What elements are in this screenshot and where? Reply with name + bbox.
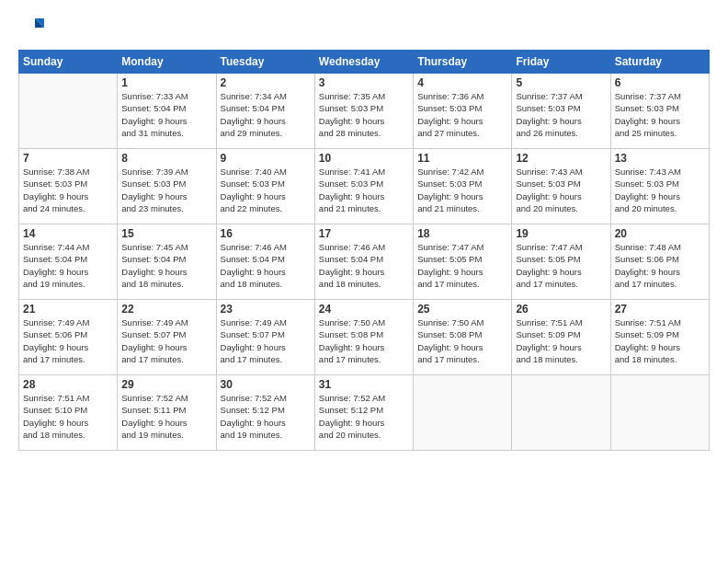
day-info: Sunrise: 7:36 AM Sunset: 5:03 PM Dayligh… [417, 90, 507, 139]
weekday-header: Sunday [19, 51, 118, 74]
calendar-cell: 13Sunrise: 7:43 AM Sunset: 5:03 PM Dayli… [610, 149, 709, 224]
calendar-cell: 26Sunrise: 7:51 AM Sunset: 5:09 PM Dayli… [512, 300, 610, 375]
day-info: Sunrise: 7:38 AM Sunset: 5:03 PM Dayligh… [23, 166, 113, 214]
day-info: Sunrise: 7:47 AM Sunset: 5:05 PM Dayligh… [417, 241, 507, 290]
day-info: Sunrise: 7:50 AM Sunset: 5:08 PM Dayligh… [319, 316, 409, 365]
day-number: 26 [516, 303, 606, 316]
day-info: Sunrise: 7:51 AM Sunset: 5:09 PM Dayligh… [615, 316, 705, 365]
day-number: 22 [121, 303, 211, 316]
calendar-cell: 18Sunrise: 7:47 AM Sunset: 5:05 PM Dayli… [414, 224, 512, 300]
day-info: Sunrise: 7:48 AM Sunset: 5:06 PM Dayligh… [615, 241, 705, 290]
calendar-cell: 24Sunrise: 7:50 AM Sunset: 5:08 PM Dayli… [314, 300, 413, 375]
day-info: Sunrise: 7:47 AM Sunset: 5:05 PM Dayligh… [516, 241, 606, 290]
day-number: 31 [319, 378, 409, 391]
calendar-cell: 5Sunrise: 7:37 AM Sunset: 5:03 PM Daylig… [512, 74, 610, 149]
day-info: Sunrise: 7:52 AM Sunset: 5:11 PM Dayligh… [121, 392, 211, 441]
day-number: 25 [417, 303, 507, 316]
calendar-table: SundayMondayTuesdayWednesdayThursdayFrid… [18, 50, 710, 451]
day-number: 28 [23, 378, 113, 391]
calendar-cell [512, 375, 610, 451]
day-info: Sunrise: 7:35 AM Sunset: 5:03 PM Dayligh… [319, 90, 409, 139]
day-number: 7 [23, 152, 113, 165]
day-number: 11 [417, 152, 507, 165]
calendar-week-row: 1Sunrise: 7:33 AM Sunset: 5:04 PM Daylig… [19, 74, 710, 149]
weekday-header: Wednesday [314, 51, 413, 74]
day-info: Sunrise: 7:49 AM Sunset: 5:07 PM Dayligh… [121, 316, 211, 365]
calendar-cell: 10Sunrise: 7:41 AM Sunset: 5:03 PM Dayli… [314, 149, 413, 224]
day-number: 23 [221, 303, 311, 316]
day-info: Sunrise: 7:46 AM Sunset: 5:04 PM Dayligh… [221, 241, 311, 290]
day-info: Sunrise: 7:51 AM Sunset: 5:09 PM Dayligh… [516, 316, 606, 365]
day-number: 5 [516, 76, 606, 89]
day-number: 16 [221, 227, 311, 240]
calendar-cell: 11Sunrise: 7:42 AM Sunset: 5:03 PM Dayli… [414, 149, 512, 224]
day-info: Sunrise: 7:49 AM Sunset: 5:07 PM Dayligh… [221, 316, 311, 365]
day-number: 17 [319, 227, 409, 240]
day-info: Sunrise: 7:50 AM Sunset: 5:08 PM Dayligh… [417, 316, 507, 365]
calendar-cell: 17Sunrise: 7:46 AM Sunset: 5:04 PM Dayli… [314, 224, 413, 300]
day-number: 21 [23, 303, 113, 316]
day-number: 1 [121, 76, 211, 89]
day-number: 3 [319, 76, 409, 89]
day-info: Sunrise: 7:43 AM Sunset: 5:03 PM Dayligh… [516, 166, 606, 214]
day-number: 14 [23, 227, 113, 240]
calendar-cell: 19Sunrise: 7:47 AM Sunset: 5:05 PM Dayli… [512, 224, 610, 300]
calendar-cell: 7Sunrise: 7:38 AM Sunset: 5:03 PM Daylig… [19, 149, 118, 224]
weekday-header: Monday [118, 51, 216, 74]
day-info: Sunrise: 7:45 AM Sunset: 5:04 PM Dayligh… [121, 241, 211, 290]
day-number: 15 [121, 227, 211, 240]
calendar-cell: 16Sunrise: 7:46 AM Sunset: 5:04 PM Dayli… [216, 224, 314, 300]
calendar-cell [414, 375, 512, 451]
day-number: 20 [615, 227, 705, 240]
weekday-header: Tuesday [216, 51, 314, 74]
calendar-cell: 27Sunrise: 7:51 AM Sunset: 5:09 PM Dayli… [610, 300, 709, 375]
day-info: Sunrise: 7:44 AM Sunset: 5:04 PM Dayligh… [23, 241, 113, 290]
day-info: Sunrise: 7:42 AM Sunset: 5:03 PM Dayligh… [417, 166, 507, 214]
logo-icon [18, 15, 44, 40]
calendar-cell: 15Sunrise: 7:45 AM Sunset: 5:04 PM Dayli… [118, 224, 216, 300]
day-info: Sunrise: 7:39 AM Sunset: 5:03 PM Dayligh… [121, 166, 211, 214]
day-number: 10 [319, 152, 409, 165]
calendar-week-row: 21Sunrise: 7:49 AM Sunset: 5:06 PM Dayli… [19, 300, 710, 375]
calendar-cell: 25Sunrise: 7:50 AM Sunset: 5:08 PM Dayli… [414, 300, 512, 375]
header [18, 15, 710, 40]
day-number: 4 [417, 76, 507, 89]
day-info: Sunrise: 7:41 AM Sunset: 5:03 PM Dayligh… [319, 166, 409, 214]
day-number: 24 [319, 303, 409, 316]
calendar-cell: 14Sunrise: 7:44 AM Sunset: 5:04 PM Dayli… [19, 224, 118, 300]
calendar-week-row: 14Sunrise: 7:44 AM Sunset: 5:04 PM Dayli… [19, 224, 710, 300]
day-info: Sunrise: 7:46 AM Sunset: 5:04 PM Dayligh… [319, 241, 409, 290]
calendar-cell: 12Sunrise: 7:43 AM Sunset: 5:03 PM Dayli… [512, 149, 610, 224]
day-info: Sunrise: 7:34 AM Sunset: 5:04 PM Dayligh… [221, 90, 311, 139]
day-number: 30 [221, 378, 311, 391]
logo [18, 15, 48, 40]
calendar-cell [610, 375, 709, 451]
day-info: Sunrise: 7:40 AM Sunset: 5:03 PM Dayligh… [221, 166, 311, 214]
day-number: 2 [221, 76, 311, 89]
calendar-cell [19, 74, 118, 149]
weekday-header: Saturday [610, 51, 709, 74]
day-info: Sunrise: 7:33 AM Sunset: 5:04 PM Dayligh… [121, 90, 211, 139]
day-info: Sunrise: 7:37 AM Sunset: 5:03 PM Dayligh… [516, 90, 606, 139]
calendar-cell: 1Sunrise: 7:33 AM Sunset: 5:04 PM Daylig… [118, 74, 216, 149]
page: SundayMondayTuesdayWednesdayThursdayFrid… [0, 0, 728, 563]
day-info: Sunrise: 7:52 AM Sunset: 5:12 PM Dayligh… [221, 392, 311, 441]
day-info: Sunrise: 7:52 AM Sunset: 5:12 PM Dayligh… [319, 392, 409, 441]
calendar-cell: 4Sunrise: 7:36 AM Sunset: 5:03 PM Daylig… [414, 74, 512, 149]
calendar-cell: 21Sunrise: 7:49 AM Sunset: 5:06 PM Dayli… [19, 300, 118, 375]
day-info: Sunrise: 7:51 AM Sunset: 5:10 PM Dayligh… [23, 392, 113, 441]
calendar-week-row: 28Sunrise: 7:51 AM Sunset: 5:10 PM Dayli… [19, 375, 710, 451]
calendar-cell: 8Sunrise: 7:39 AM Sunset: 5:03 PM Daylig… [118, 149, 216, 224]
calendar-cell: 30Sunrise: 7:52 AM Sunset: 5:12 PM Dayli… [216, 375, 314, 451]
calendar-cell: 29Sunrise: 7:52 AM Sunset: 5:11 PM Dayli… [118, 375, 216, 451]
calendar-cell: 3Sunrise: 7:35 AM Sunset: 5:03 PM Daylig… [314, 74, 413, 149]
day-number: 8 [121, 152, 211, 165]
calendar-cell: 9Sunrise: 7:40 AM Sunset: 5:03 PM Daylig… [216, 149, 314, 224]
calendar-cell: 23Sunrise: 7:49 AM Sunset: 5:07 PM Dayli… [216, 300, 314, 375]
calendar-cell: 28Sunrise: 7:51 AM Sunset: 5:10 PM Dayli… [19, 375, 118, 451]
calendar-week-row: 7Sunrise: 7:38 AM Sunset: 5:03 PM Daylig… [19, 149, 710, 224]
day-info: Sunrise: 7:37 AM Sunset: 5:03 PM Dayligh… [615, 90, 705, 139]
day-number: 29 [121, 378, 211, 391]
day-number: 12 [516, 152, 606, 165]
day-number: 27 [615, 303, 705, 316]
